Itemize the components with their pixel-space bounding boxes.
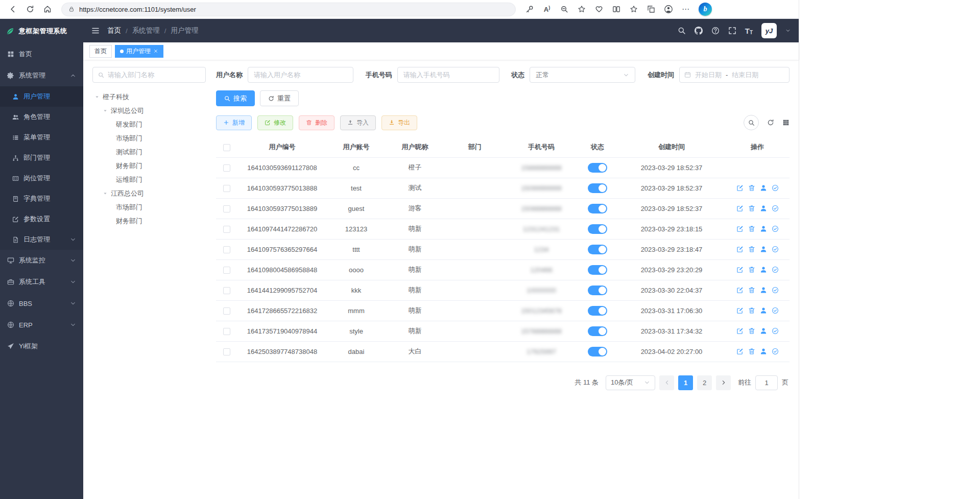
sidebar-item-log-mgmt[interactable]: 日志管理 bbox=[0, 229, 83, 250]
row-checkbox[interactable] bbox=[223, 164, 230, 172]
breadcrumb-item-system[interactable]: 系统管理 bbox=[132, 26, 160, 35]
page-1-button[interactable]: 1 bbox=[678, 375, 693, 390]
sidebar-item-param-settings[interactable]: 参数设置 bbox=[0, 209, 83, 229]
delete-row-icon[interactable] bbox=[748, 307, 755, 314]
row-checkbox[interactable] bbox=[223, 267, 230, 274]
tree-node[interactable]: 市场部门 bbox=[92, 131, 206, 145]
assign-role-icon[interactable] bbox=[772, 348, 779, 355]
tab-home[interactable]: 首页 bbox=[89, 45, 112, 58]
delete-row-icon[interactable] bbox=[748, 184, 755, 192]
reset-password-icon[interactable] bbox=[760, 205, 767, 212]
more-menu-icon[interactable]: ⋯ bbox=[678, 2, 694, 17]
assign-role-icon[interactable] bbox=[772, 287, 779, 294]
prev-page-button[interactable] bbox=[659, 375, 674, 390]
tab-user-mgmt[interactable]: 用户管理 bbox=[115, 45, 163, 58]
browser-home-button[interactable] bbox=[40, 2, 55, 17]
edit-row-icon[interactable] bbox=[736, 266, 744, 273]
zoom-out-icon[interactable] bbox=[557, 2, 572, 17]
reload-button[interactable] bbox=[22, 2, 38, 17]
read-aloud-icon[interactable]: A bbox=[539, 2, 555, 17]
tree-node[interactable]: 财务部门 bbox=[92, 214, 206, 228]
tree-node[interactable]: 深圳总公司 bbox=[92, 104, 206, 117]
sidebar-item-role-mgmt[interactable]: 角色管理 bbox=[0, 107, 83, 127]
add-button[interactable]: 新增 bbox=[216, 115, 252, 130]
sidebar-item-system-mgmt[interactable]: 系统管理 bbox=[0, 65, 83, 86]
assign-role-icon[interactable] bbox=[772, 327, 779, 335]
assign-role-icon[interactable] bbox=[772, 246, 779, 253]
edit-row-icon[interactable] bbox=[736, 307, 744, 314]
delete-row-icon[interactable] bbox=[748, 205, 755, 212]
goto-page-input[interactable] bbox=[755, 375, 778, 390]
reset-password-icon[interactable] bbox=[760, 287, 767, 294]
sidebar-item-bbs[interactable]: BBS bbox=[0, 293, 83, 314]
favorites-icon[interactable] bbox=[626, 2, 641, 17]
reset-password-icon[interactable] bbox=[760, 225, 767, 232]
next-page-button[interactable] bbox=[716, 375, 731, 390]
tree-node[interactable]: 测试部门 bbox=[92, 145, 206, 159]
breadcrumb-item-home[interactable]: 首页 bbox=[107, 26, 121, 35]
avatar-caret-icon[interactable] bbox=[785, 28, 791, 33]
reset-button[interactable]: 重置 bbox=[260, 90, 299, 106]
tree-node[interactable]: 财务部门 bbox=[92, 159, 206, 173]
sidebar-item-erp[interactable]: ERP bbox=[0, 314, 83, 336]
row-checkbox[interactable] bbox=[223, 205, 230, 212]
dept-search-box[interactable] bbox=[92, 67, 206, 83]
sidebar-item-post-mgmt[interactable]: 岗位管理 bbox=[0, 168, 83, 188]
delete-row-icon[interactable] bbox=[748, 348, 755, 355]
help-icon[interactable] bbox=[711, 27, 720, 35]
tree-caret-icon[interactable] bbox=[103, 108, 108, 113]
delete-row-icon[interactable] bbox=[748, 287, 755, 294]
tree-caret-icon[interactable] bbox=[103, 191, 108, 196]
page-size-select[interactable]: 10条/页 bbox=[606, 375, 655, 390]
reset-password-icon[interactable] bbox=[760, 246, 767, 253]
fullscreen-icon[interactable] bbox=[728, 27, 736, 35]
status-toggle[interactable] bbox=[588, 183, 607, 193]
github-icon[interactable] bbox=[695, 27, 703, 35]
tree-node[interactable]: 运维部门 bbox=[92, 173, 206, 186]
edit-row-icon[interactable] bbox=[736, 327, 744, 335]
row-checkbox[interactable] bbox=[223, 185, 230, 192]
sidebar-item-home[interactable]: 首页 bbox=[0, 43, 83, 65]
refresh-table-icon[interactable] bbox=[767, 119, 774, 126]
date-range-picker[interactable]: 开始日期 - 结束日期 bbox=[679, 67, 790, 83]
reset-password-icon[interactable] bbox=[760, 184, 767, 192]
status-toggle[interactable] bbox=[588, 163, 607, 173]
edit-row-icon[interactable] bbox=[736, 225, 744, 232]
search-button[interactable]: 搜索 bbox=[216, 90, 255, 106]
edit-row-icon[interactable] bbox=[736, 348, 744, 355]
modify-button[interactable]: 修改 bbox=[257, 115, 293, 130]
reset-password-icon[interactable] bbox=[760, 266, 767, 273]
select-all-checkbox[interactable] bbox=[223, 144, 230, 151]
import-button[interactable]: 导入 bbox=[340, 115, 376, 130]
copilot-bing-icon[interactable]: b bbox=[699, 3, 712, 16]
delete-row-icon[interactable] bbox=[748, 246, 755, 253]
profile-avatar[interactable] bbox=[661, 2, 676, 17]
collections-icon[interactable] bbox=[643, 2, 659, 17]
toggle-search-icon[interactable] bbox=[744, 115, 759, 130]
delete-row-icon[interactable] bbox=[748, 327, 755, 335]
username-input[interactable] bbox=[248, 67, 353, 83]
tree-caret-icon[interactable] bbox=[94, 94, 100, 100]
row-checkbox[interactable] bbox=[223, 348, 230, 355]
assign-role-icon[interactable] bbox=[772, 205, 779, 212]
row-checkbox[interactable] bbox=[223, 246, 230, 253]
header-search-icon[interactable] bbox=[678, 27, 686, 35]
split-screen-icon[interactable] bbox=[609, 2, 624, 17]
sidebar-item-user-mgmt[interactable]: 用户管理 bbox=[0, 86, 83, 107]
browser-essentials-icon[interactable] bbox=[591, 2, 607, 17]
assign-role-icon[interactable] bbox=[772, 266, 779, 273]
row-checkbox[interactable] bbox=[223, 328, 230, 335]
status-toggle[interactable] bbox=[588, 224, 607, 234]
export-button[interactable]: 导出 bbox=[381, 115, 417, 130]
tree-node[interactable]: 橙子科技 bbox=[92, 90, 206, 104]
assign-role-icon[interactable] bbox=[772, 307, 779, 314]
status-select[interactable]: 正常 bbox=[530, 67, 635, 83]
tree-node[interactable]: 江西总公司 bbox=[92, 186, 206, 200]
status-toggle[interactable] bbox=[588, 286, 607, 295]
sidebar-item-dept-mgmt[interactable]: 部门管理 bbox=[0, 148, 83, 168]
edit-row-icon[interactable] bbox=[736, 184, 744, 192]
user-avatar[interactable]: yJ bbox=[761, 23, 777, 38]
status-toggle[interactable] bbox=[588, 204, 607, 213]
sidebar-item-dict-mgmt[interactable]: 字典管理 bbox=[0, 188, 83, 209]
passwords-key-icon[interactable] bbox=[522, 2, 537, 17]
